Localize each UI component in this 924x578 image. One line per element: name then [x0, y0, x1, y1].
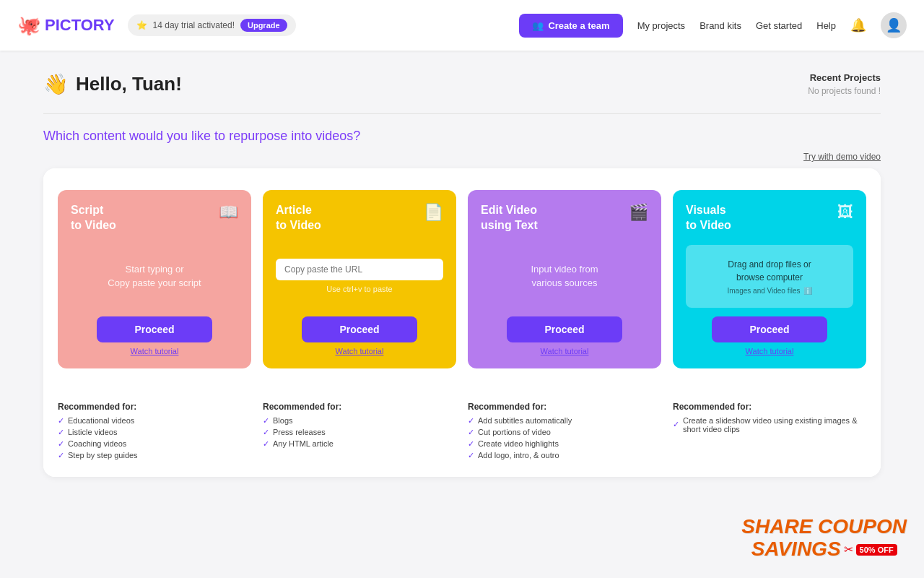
logo-text: PICTORY [45, 16, 115, 35]
divider [43, 113, 881, 114]
visuals-card: Visuals to Video 🖼 Drag and drop files o… [673, 190, 866, 368]
rec-edit-item-2: ✓ Create video highlights [468, 439, 661, 449]
recent-projects-title: Recent Projects [808, 72, 881, 83]
navbar-right: 👥 Create a team My projects Brand kits G… [519, 12, 907, 38]
visuals-card-title: Visuals to Video [686, 203, 731, 233]
edit-card-title: Edit Video using Text [481, 203, 538, 233]
script-card-body: Start typing orCopy paste your script [71, 245, 238, 308]
script-watch-tutorial-link[interactable]: Watch tutorial [131, 347, 179, 355]
check-icon: ✓ [263, 428, 269, 437]
check-icon: ✓ [58, 439, 64, 449]
check-icon: ✓ [263, 439, 269, 449]
bell-icon[interactable]: 🔔 [850, 17, 866, 33]
rec-visuals-item-0: ✓ Create a slideshow video using existin… [673, 416, 866, 434]
check-icon: ✓ [58, 428, 64, 437]
edit-card-body: Input video fromvarious sources [481, 245, 648, 308]
cards-container: Script to Video 📖 Start typing orCopy pa… [43, 168, 881, 390]
create-team-button[interactable]: 👥 Create a team [519, 14, 622, 38]
coupon-banner[interactable]: SHARE COUPON SAVINGS ✂ 50% OFF [741, 516, 907, 561]
upgrade-button[interactable]: Upgrade [240, 19, 287, 32]
article-card-body: Use ctrl+v to paste [276, 245, 443, 308]
create-team-label: Create a team [548, 20, 609, 31]
rec-article-title: Recommended for: [263, 402, 456, 412]
rec-visuals-title: Recommended for: [673, 402, 866, 412]
script-card-title: Script to Video [71, 203, 116, 233]
rec-edit-title: Recommended for: [468, 402, 661, 412]
rec-edit: Recommended for: ✓ Add subtitles automat… [468, 402, 661, 462]
edit-proceed-button[interactable]: Proceed [507, 316, 622, 342]
drop-subtext: Images and Video files ℹ️ [694, 287, 845, 295]
article-card-title: Article to Video [276, 203, 321, 233]
rec-script-item-0: ✓ Educational videos [58, 416, 251, 426]
demo-link-row: Try with demo video [43, 150, 881, 163]
coupon-line1: SHARE COUPON [741, 516, 907, 538]
visuals-proceed-button[interactable]: Proceed [712, 316, 827, 342]
script-card-icon: 📖 [219, 203, 238, 222]
rec-article-item-2: ✓ Any HTML article [263, 439, 456, 449]
rec-edit-item-1: ✓ Cut portions of video [468, 428, 661, 437]
check-icon: ✓ [673, 420, 679, 429]
rec-article-item-0: ✓ Blogs [263, 416, 456, 426]
rec-article-item-1: ✓ Press releases [263, 428, 456, 437]
trial-text: 14 day trial activated! [153, 20, 235, 30]
article-card: Article to Video 📄 Use ctrl+v to paste P… [263, 190, 456, 368]
url-input[interactable] [276, 259, 443, 280]
nav-brand-kits[interactable]: Brand kits [699, 20, 741, 31]
avatar[interactable]: 👤 [881, 12, 907, 38]
article-proceed-button[interactable]: Proceed [302, 316, 417, 342]
navbar: 🐙 PICTORY ⭐ 14 day trial activated! Upgr… [0, 0, 924, 51]
rec-article: Recommended for: ✓ Blogs ✓ Press release… [263, 402, 456, 462]
visuals-card-icon: 🖼 [837, 203, 853, 222]
drop-zone[interactable]: Drag and drop files orbrowse computer Im… [686, 245, 853, 308]
article-watch-tutorial-link[interactable]: Watch tutorial [336, 347, 384, 355]
cards-wrapper: Script to Video 📖 Start typing orCopy pa… [43, 168, 881, 477]
script-card: Script to Video 📖 Start typing orCopy pa… [58, 190, 251, 368]
edit-watch-tutorial-link[interactable]: Watch tutorial [541, 347, 589, 355]
ctrl-hint-text: Use ctrl+v to paste [326, 285, 392, 293]
edit-card-icon: 🎬 [629, 203, 648, 222]
recommendations-row: Recommended for: ✓ Educational videos ✓ … [43, 390, 881, 477]
greeting-text: Hello, Tuan! [76, 73, 182, 95]
edit-placeholder-text: Input video fromvarious sources [531, 262, 598, 290]
recent-projects: Recent Projects No projects found ! [808, 72, 881, 96]
header-row: 👋 Hello, Tuan! Recent Projects No projec… [43, 72, 881, 96]
logo-icon: 🐙 [17, 14, 40, 37]
article-card-icon: 📄 [424, 203, 443, 222]
main-content: 👋 Hello, Tuan! Recent Projects No projec… [0, 51, 924, 499]
article-card-header: Article to Video 📄 [276, 203, 443, 233]
visuals-watch-tutorial-link[interactable]: Watch tutorial [746, 347, 794, 355]
edit-card-header: Edit Video using Text 🎬 [481, 203, 648, 233]
script-placeholder-text: Start typing orCopy paste your script [108, 262, 201, 290]
rec-edit-item-3: ✓ Add logo, intro, & outro [468, 451, 661, 460]
check-icon: ✓ [58, 451, 64, 460]
info-icon: ℹ️ [803, 287, 812, 295]
check-icon: ✓ [58, 416, 64, 426]
nav-help[interactable]: Help [816, 20, 836, 31]
logo[interactable]: 🐙 PICTORY [17, 14, 115, 37]
subtitle: Which content would you like to repurpos… [43, 129, 881, 144]
coupon-badge: 50% OFF [856, 544, 897, 556]
script-proceed-button[interactable]: Proceed [97, 316, 212, 342]
greeting-wave-icon: 👋 [43, 72, 69, 96]
demo-link[interactable]: Try with demo video [803, 152, 881, 162]
check-icon: ✓ [263, 416, 269, 426]
check-icon: ✓ [468, 439, 474, 449]
rec-edit-item-0: ✓ Add subtitles automatically [468, 416, 661, 426]
trial-badge: ⭐ 14 day trial activated! Upgrade [128, 14, 296, 36]
greeting: 👋 Hello, Tuan! [43, 72, 182, 96]
scissor-icon: ✂ [844, 543, 853, 556]
nav-get-started[interactable]: Get started [756, 20, 802, 31]
visuals-card-header: Visuals to Video 🖼 [686, 203, 853, 233]
rec-script-item-1: ✓ Listicle videos [58, 428, 251, 437]
script-card-header: Script to Video 📖 [71, 203, 238, 233]
nav-my-projects[interactable]: My projects [637, 20, 685, 31]
drop-text: Drag and drop files orbrowse computer [694, 258, 845, 284]
check-icon: ✓ [468, 428, 474, 437]
rec-script: Recommended for: ✓ Educational videos ✓ … [58, 402, 251, 462]
check-icon: ✓ [468, 416, 474, 426]
trial-star-icon: ⭐ [136, 20, 147, 30]
rec-script-item-2: ✓ Coaching videos [58, 439, 251, 449]
rec-script-title: Recommended for: [58, 402, 251, 412]
check-icon: ✓ [468, 451, 474, 460]
avatar-icon: 👤 [886, 17, 902, 33]
